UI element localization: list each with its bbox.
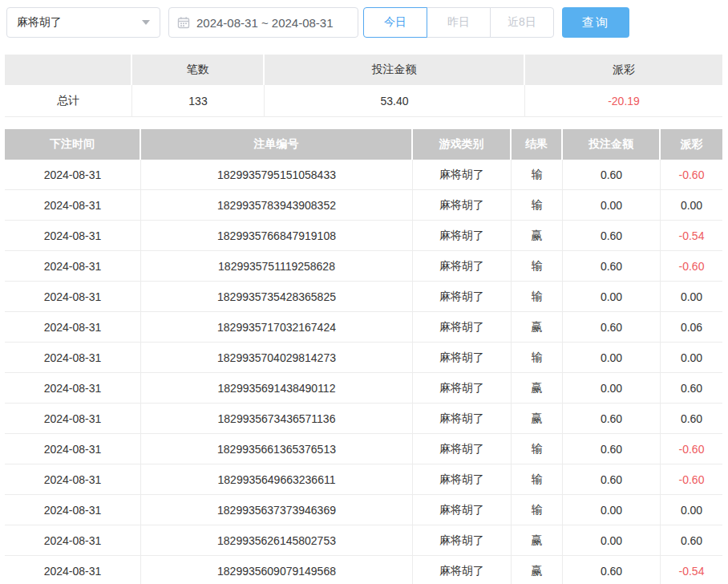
cell-game-type: 麻将胡了 [413, 312, 512, 342]
table-row: 2024-08-31 1829935609079149568 麻将胡了 赢 0.… [5, 556, 722, 584]
cell-payout: 0.60 [661, 525, 722, 555]
cell-bet-amount: 0.60 [563, 404, 661, 433]
cell-game-type: 麻将胡了 [413, 404, 512, 433]
table-row: 2024-08-31 1829935704029814273 麻将胡了 输 0.… [5, 343, 722, 373]
cell-bet-time: 2024-08-31 [5, 160, 141, 189]
cell-bet-amount: 0.60 [563, 221, 661, 250]
date-range-value: 2024-08-31 ~ 2024-08-31 [196, 16, 334, 30]
table-row: 2024-08-31 1829935661365376513 麻将胡了 输 0.… [5, 434, 722, 464]
cell-bet-time: 2024-08-31 [5, 251, 141, 281]
header-game-type: 游戏类别 [413, 129, 512, 160]
cell-game-type: 麻将胡了 [413, 282, 512, 311]
cell-bet-amount: 0.00 [563, 373, 661, 403]
header-bet-time: 下注时间 [5, 129, 141, 160]
cell-bet-time: 2024-08-31 [5, 525, 141, 555]
cell-result: 赢 [512, 404, 563, 433]
summary-table: 笔数 投注金额 派彩 总计 133 53.40 -20.19 [5, 55, 722, 117]
cell-bet-amount: 0.60 [563, 464, 661, 494]
bet-table: 下注时间 注单编号 游戏类别 结果 投注金额 派彩 2024-08-31 182… [5, 129, 722, 584]
cell-result: 输 [512, 160, 563, 189]
cell-bet-id: 1829935795151058433 [141, 160, 413, 189]
cell-bet-id: 1829935626145802753 [141, 525, 413, 555]
cell-result: 赢 [512, 221, 563, 250]
cell-bet-time: 2024-08-31 [5, 495, 141, 525]
summary-header-payout: 派彩 [525, 55, 722, 85]
summary-payout-value: -20.19 [525, 85, 722, 116]
summary-count-value: 133 [132, 85, 265, 116]
table-row: 2024-08-31 1829935649663236611 麻将胡了 输 0.… [5, 464, 722, 495]
date-range-picker[interactable]: 2024-08-31 ~ 2024-08-31 [168, 7, 358, 38]
summary-header-row: 笔数 投注金额 派彩 [5, 55, 722, 85]
table-row: 2024-08-31 1829935626145802753 麻将胡了 赢 0.… [5, 525, 722, 556]
cell-bet-time: 2024-08-31 [5, 190, 141, 220]
cell-bet-time: 2024-08-31 [5, 312, 141, 342]
quick-button-today[interactable]: 今日 [363, 7, 427, 38]
summary-total-label: 总计 [5, 85, 132, 116]
cell-bet-amount: 0.60 [563, 556, 661, 584]
cell-bet-amount: 0.60 [563, 434, 661, 464]
cell-bet-amount: 0.00 [563, 190, 661, 220]
bet-table-body: 2024-08-31 1829935795151058433 麻将胡了 输 0.… [5, 160, 722, 584]
cell-payout: -0.60 [661, 251, 722, 281]
table-row: 2024-08-31 1829935751119258628 麻将胡了 输 0.… [5, 251, 722, 282]
cell-bet-time: 2024-08-31 [5, 343, 141, 372]
cell-bet-amount: 0.00 [563, 282, 661, 311]
cell-payout: 0.00 [661, 190, 722, 220]
cell-game-type: 麻将胡了 [413, 373, 512, 403]
table-row: 2024-08-31 1829935691438490112 麻将胡了 赢 0.… [5, 373, 722, 404]
cell-bet-id: 1829935661365376513 [141, 434, 413, 464]
game-select[interactable]: 麻将胡了 [6, 7, 160, 38]
cell-game-type: 麻将胡了 [413, 525, 512, 555]
table-row: 2024-08-31 1829935717032167424 麻将胡了 赢 0.… [5, 312, 722, 343]
summary-total-row: 总计 133 53.40 -20.19 [5, 85, 722, 117]
cell-bet-amount: 0.60 [563, 251, 661, 281]
cell-bet-id: 1829935717032167424 [141, 312, 413, 342]
cell-result: 赢 [512, 373, 563, 403]
cell-bet-id: 1829935751119258628 [141, 251, 413, 281]
cell-bet-time: 2024-08-31 [5, 464, 141, 494]
cell-payout: -0.60 [661, 160, 722, 189]
cell-result: 赢 [512, 556, 563, 584]
header-payout: 派彩 [661, 129, 722, 160]
quick-button-yesterday[interactable]: 昨日 [427, 7, 491, 38]
search-button[interactable]: 查询 [562, 7, 629, 38]
toolbar: 麻将胡了 2024-08-31 ~ 2024-08-31 今日 昨日 近8日 查… [0, 0, 728, 38]
cell-bet-time: 2024-08-31 [5, 282, 141, 311]
cell-bet-id: 1829935609079149568 [141, 556, 413, 584]
cell-bet-time: 2024-08-31 [5, 434, 141, 464]
cell-bet-amount: 0.60 [563, 312, 661, 342]
header-bet-id: 注单编号 [141, 129, 413, 160]
table-row: 2024-08-31 1829935766847919108 麻将胡了 赢 0.… [5, 221, 722, 251]
quick-button-last8days[interactable]: 近8日 [490, 7, 554, 38]
quick-range-button-group: 今日 昨日 近8日 [363, 7, 554, 38]
table-row: 2024-08-31 1829935735428365825 麻将胡了 输 0.… [5, 282, 722, 312]
cell-result: 输 [512, 495, 563, 525]
cell-result: 输 [512, 464, 563, 494]
game-select-value: 麻将胡了 [17, 15, 62, 30]
cell-game-type: 麻将胡了 [413, 556, 512, 584]
table-row: 2024-08-31 1829935783943908352 麻将胡了 输 0.… [5, 190, 722, 221]
cell-game-type: 麻将胡了 [413, 495, 512, 525]
cell-payout: 0.00 [661, 495, 722, 525]
cell-bet-time: 2024-08-31 [5, 221, 141, 250]
summary-header-bet-amount: 投注金额 [265, 55, 525, 85]
header-result: 结果 [512, 129, 563, 160]
table-row: 2024-08-31 1829935637373946369 麻将胡了 输 0.… [5, 495, 722, 525]
table-row: 2024-08-31 1829935795151058433 麻将胡了 输 0.… [5, 160, 722, 190]
cell-bet-id: 1829935735428365825 [141, 282, 413, 311]
cell-payout: 0.00 [661, 343, 722, 372]
cell-payout: 0.00 [661, 282, 722, 311]
summary-header-blank [5, 55, 132, 85]
cell-payout: -0.60 [661, 464, 722, 494]
header-bet-amount: 投注金额 [563, 129, 661, 160]
cell-bet-amount: 0.00 [563, 343, 661, 372]
cell-bet-id: 1829935766847919108 [141, 221, 413, 250]
cell-result: 赢 [512, 312, 563, 342]
table-row: 2024-08-31 1829935673436571136 麻将胡了 赢 0.… [5, 404, 722, 434]
cell-payout: 0.60 [661, 404, 722, 433]
calendar-icon [177, 16, 190, 29]
cell-bet-time: 2024-08-31 [5, 404, 141, 433]
cell-bet-time: 2024-08-31 [5, 556, 141, 584]
cell-result: 输 [512, 251, 563, 281]
cell-bet-id: 1829935691438490112 [141, 373, 413, 403]
